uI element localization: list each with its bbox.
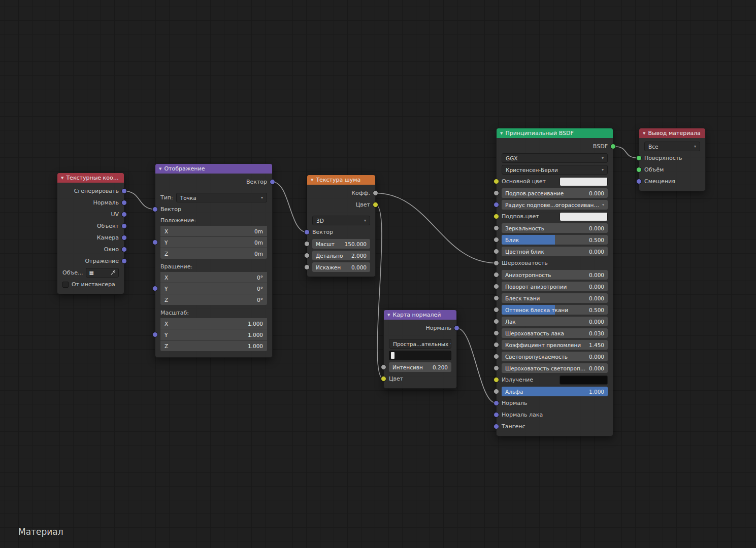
socket-distortion-input[interactable] xyxy=(304,264,310,270)
socket-scale-input[interactable] xyxy=(304,241,310,247)
scale-y-field[interactable]: Y 1.000 xyxy=(160,329,267,340)
node-header[interactable]: ▼ Текстура шума xyxy=(307,175,375,185)
anisotropic-slider[interactable]: Анизотропность 0.000 xyxy=(502,270,608,280)
socket-sheen-input[interactable] xyxy=(494,295,499,301)
socket-scale-input[interactable] xyxy=(152,332,158,337)
socket-emission-input[interactable] xyxy=(494,377,499,383)
location-x-field[interactable]: X 0m xyxy=(160,226,267,236)
socket-transmission-input[interactable] xyxy=(494,354,499,359)
socket-camera-output[interactable] xyxy=(121,235,127,241)
socket-sheen-tint-input[interactable] xyxy=(494,307,499,313)
socket-detail-input[interactable] xyxy=(304,253,310,258)
socket-fac-output[interactable] xyxy=(373,190,378,196)
node-header[interactable]: ▼ Принципиальный BSDF xyxy=(497,128,613,138)
node-editor-canvas[interactable]: ▼ Текстурные коорд... Сгенерировать Норм… xyxy=(0,0,756,548)
socket-color-input[interactable] xyxy=(381,376,386,382)
strength-slider[interactable]: Интенсивн 0.200 xyxy=(389,362,451,372)
socket-surface-input[interactable] xyxy=(636,155,642,161)
socket-vector-input[interactable] xyxy=(304,229,310,235)
transmission-roughness-slider[interactable]: Шероховатость светопропуска 0.000 xyxy=(502,363,608,373)
distribution-dropdown[interactable]: GGX ▾ xyxy=(502,153,608,163)
node-material-output[interactable]: ▼ Вывод материала Все ▾ Поверхность Объё… xyxy=(639,128,706,191)
emission-color-swatch[interactable] xyxy=(560,375,608,385)
rotation-y-field[interactable]: Y 0° xyxy=(160,283,267,294)
socket-reflection-output[interactable] xyxy=(121,258,127,264)
socket-anisotropic-input[interactable] xyxy=(494,272,499,278)
alpha-slider[interactable]: Альфа 1.000 xyxy=(502,387,608,396)
socket-alpha-input[interactable] xyxy=(494,389,499,394)
socket-base-color-input[interactable] xyxy=(494,179,499,184)
location-y-field[interactable]: Y 0m xyxy=(160,237,267,248)
distortion-slider[interactable]: Искажен 0.000 xyxy=(312,262,370,272)
subsurface-radius-dropdown[interactable]: Радиус подпове...огорассеивания ▾ xyxy=(502,200,608,210)
socket-clearcoat-normal-input[interactable] xyxy=(494,412,499,418)
type-dropdown[interactable]: Точка ▾ xyxy=(176,193,267,202)
socket-subsurface-radius-input[interactable] xyxy=(494,202,499,208)
node-header[interactable]: ▼ Карта нормалей xyxy=(384,310,456,320)
socket-subsurface-input[interactable] xyxy=(494,190,499,196)
socket-anisotropic-rotation-input[interactable] xyxy=(494,284,499,289)
specular-slider[interactable]: Блик 0.500 xyxy=(502,235,608,245)
dimensions-dropdown[interactable]: 3D ▾ xyxy=(312,216,370,225)
socket-vector-output[interactable] xyxy=(270,179,275,185)
object-field[interactable]: ▦ xyxy=(86,268,119,278)
uvmap-field[interactable] xyxy=(389,351,451,360)
subsurface-slider[interactable]: Подпов.рассеивание 0.000 xyxy=(502,188,608,198)
socket-normal-output[interactable] xyxy=(121,200,127,206)
node-normal-map[interactable]: ▼ Карта нормалей Нормаль Простра...атель… xyxy=(383,310,457,389)
eyedropper-icon[interactable] xyxy=(110,270,116,276)
socket-strength-input[interactable] xyxy=(381,364,386,370)
collapse-icon[interactable]: ▼ xyxy=(311,178,313,182)
rotation-x-field[interactable]: X 0° xyxy=(160,272,267,283)
clearcoat-roughness-slider[interactable]: Шероховатость лака 0.030 xyxy=(502,328,608,338)
rotation-z-field[interactable]: Z 0° xyxy=(160,294,267,305)
transmission-slider[interactable]: Светопропускаемость 0.000 xyxy=(502,352,608,361)
socket-uv-output[interactable] xyxy=(121,212,127,217)
socket-window-output[interactable] xyxy=(121,247,127,252)
node-noise-texture[interactable]: ▼ Текстура шума Кофф. Цвет 3D ▾ Вектор xyxy=(307,175,376,277)
anisotropic-rotation-slider[interactable]: Поворот анизотропии 0.000 xyxy=(502,282,608,291)
sheen-slider[interactable]: Блеск ткани 0.000 xyxy=(502,293,608,303)
node-header[interactable]: ▼ Текстурные коорд... xyxy=(57,173,124,183)
socket-generated-output[interactable] xyxy=(121,188,127,194)
node-texture-coordinates[interactable]: ▼ Текстурные коорд... Сгенерировать Норм… xyxy=(57,173,124,294)
socket-specular-input[interactable] xyxy=(494,237,499,243)
socket-clearcoat-roughness-input[interactable] xyxy=(494,330,499,336)
socket-subsurface-color-input[interactable] xyxy=(494,214,499,219)
socket-rotation-input[interactable] xyxy=(152,286,158,291)
from-instancer-checkbox[interactable] xyxy=(62,282,69,288)
ior-slider[interactable]: Коэффициент преломлени 1.450 xyxy=(502,340,608,350)
collapse-icon[interactable]: ▼ xyxy=(61,176,63,180)
collapse-icon[interactable]: ▼ xyxy=(643,131,645,135)
collapse-icon[interactable]: ▼ xyxy=(500,131,503,135)
location-z-field[interactable]: Z 0m xyxy=(160,248,267,259)
node-mapping[interactable]: ▼ Отображение Вектор Тип: Точка ▾ Вектор… xyxy=(155,163,273,358)
scale-x-field[interactable]: X 1.000 xyxy=(160,318,267,329)
sheen-tint-slider[interactable]: Оттенок блеска ткани 0.500 xyxy=(502,305,608,315)
socket-bsdf-output[interactable] xyxy=(610,144,616,149)
metallic-slider[interactable]: Зеркальность 0.000 xyxy=(502,223,608,233)
subsurface-method-dropdown[interactable]: Кристенсен-Берли ▾ xyxy=(502,165,608,175)
socket-clearcoat-input[interactable] xyxy=(494,319,499,324)
socket-normal-input[interactable] xyxy=(494,400,499,406)
subsurface-color-swatch[interactable] xyxy=(560,212,608,221)
socket-color-output[interactable] xyxy=(373,202,378,208)
socket-metallic-input[interactable] xyxy=(494,225,499,231)
socket-vector-input[interactable] xyxy=(152,207,158,212)
socket-specular-tint-input[interactable] xyxy=(494,249,499,254)
socket-roughness-input[interactable] xyxy=(494,260,499,266)
socket-ior-input[interactable] xyxy=(494,342,499,348)
scale-slider[interactable]: Масшт 150.000 xyxy=(312,239,370,249)
scale-z-field[interactable]: Z 1.000 xyxy=(160,340,267,351)
clearcoat-slider[interactable]: Лак 0.000 xyxy=(502,317,608,326)
socket-transmission-roughness-input[interactable] xyxy=(494,365,499,371)
socket-displacement-input[interactable] xyxy=(636,179,642,184)
base-color-swatch[interactable] xyxy=(560,177,608,186)
node-header[interactable]: ▼ Отображение xyxy=(155,164,272,174)
collapse-icon[interactable]: ▼ xyxy=(387,313,390,317)
socket-tangent-input[interactable] xyxy=(494,424,499,429)
socket-object-output[interactable] xyxy=(121,223,127,229)
collapse-icon[interactable]: ▼ xyxy=(159,167,161,171)
specular-tint-slider[interactable]: Цветной блик 0.000 xyxy=(502,247,608,256)
node-principled-bsdf[interactable]: ▼ Принципиальный BSDF BSDF GGX ▾ Кристен… xyxy=(496,128,613,436)
